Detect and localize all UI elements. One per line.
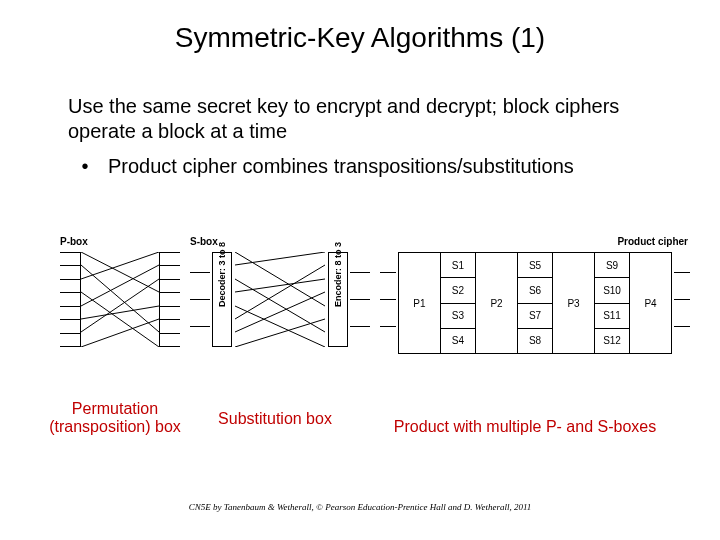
caption-row: Permutation (transposition) box Substitu… (0, 400, 720, 436)
pbox-label: P-box (60, 236, 88, 247)
svg-line-10 (235, 279, 325, 332)
bullet-dot-icon: • (74, 154, 96, 179)
caption-permutation: Permutation (transposition) box (0, 400, 200, 436)
product-outputs (674, 272, 690, 327)
decoder-block-icon: Decoder: 3 to 8 (212, 252, 232, 347)
figure-row: P-box S-box (60, 242, 690, 382)
footer-credit: CN5E by Tanenbaum & Wetherall, © Pearson… (0, 502, 720, 512)
svg-line-2 (81, 252, 159, 279)
sbox-label: S-box (190, 236, 218, 247)
encoder-label: Encoder: 8 to 3 (333, 293, 343, 307)
product-grid: P1 S1 S2 S3 S4 P2 S5 S6 S7 S8 P3 S9 S10 (398, 252, 672, 354)
bullet-item: • Product cipher combines transpositions… (68, 154, 664, 179)
slide-title: Symmetric-Key Algorithms (1) (0, 0, 720, 54)
body-paragraph: Use the same secret key to encrypt and d… (68, 94, 664, 144)
svg-line-9 (235, 252, 325, 265)
sbox-permute-icon (235, 252, 325, 347)
pbox-inputs (60, 252, 80, 347)
figure-pbox: P-box (60, 242, 180, 352)
bullet-text: Product cipher combines transpositions/s… (96, 154, 664, 179)
svg-line-15 (235, 319, 325, 347)
s-column-1: S1 S2 S3 S4 (441, 253, 476, 353)
sbox-inputs (190, 272, 210, 327)
pbox-permute-icon (80, 252, 160, 347)
s-column-2: S5 S6 S7 S8 (518, 253, 553, 353)
p-column-1: P1 (399, 253, 441, 353)
pbox-outputs (160, 252, 180, 347)
svg-line-5 (81, 306, 159, 319)
svg-line-7 (81, 319, 159, 347)
p-column-4: P4 (630, 253, 671, 353)
product-label: Product cipher (617, 236, 688, 247)
svg-line-13 (235, 265, 325, 319)
p-column-3: P3 (553, 253, 595, 353)
s-column-3: S9 S10 S11 S12 (595, 253, 630, 353)
encoder-block-icon: Encoder: 8 to 3 (328, 252, 348, 347)
decoder-label: Decoder: 3 to 8 (217, 293, 227, 307)
sbox-outputs (350, 272, 370, 327)
p-column-2: P2 (476, 253, 518, 353)
figure-sbox: S-box Decoder: 3 to 8 Encoder: 8 to 3 (190, 242, 370, 352)
svg-line-6 (81, 279, 159, 332)
slide: Symmetric-Key Algorithms (1) Use the sam… (0, 0, 720, 540)
caption-substitution: Substitution box (200, 400, 350, 428)
svg-line-11 (235, 279, 325, 292)
caption-product: Product with multiple P- and S-boxes (350, 400, 720, 436)
body-text-block: Use the same secret key to encrypt and d… (0, 54, 720, 179)
product-inputs (380, 272, 396, 327)
figure-product-cipher: Product cipher P1 S1 S2 S3 S4 P2 S5 S6 S… (380, 242, 690, 362)
